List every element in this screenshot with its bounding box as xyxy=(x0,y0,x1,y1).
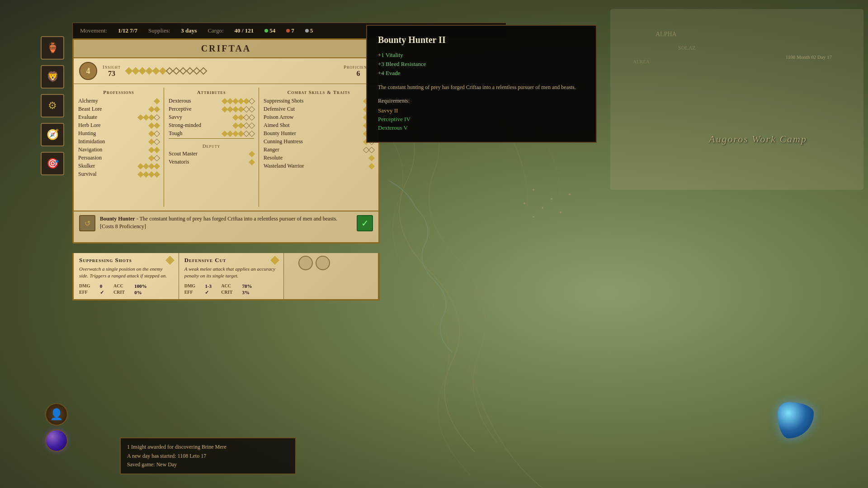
skill-skulker-pips xyxy=(138,164,159,169)
combat-resolute-pips xyxy=(369,156,374,160)
combat-header: Combat Skills & Traits xyxy=(264,89,374,95)
description-text: Bounty Hunter - The constant hunting of … xyxy=(100,215,352,230)
skill-hunting-pips xyxy=(149,131,159,136)
skill-card-2-header: Defensive Cut xyxy=(184,257,278,264)
log-line-2: A new day has started: 1108 Leto 17 xyxy=(127,452,289,460)
combat-ranger-name: Ranger xyxy=(264,146,364,153)
sidebar-icon-3[interactable]: ⚙ xyxy=(41,94,64,117)
skill-card-defensive-cut: Defensive Cut A weak melee attack that a… xyxy=(179,253,284,299)
cargo-value: 40 / 121 xyxy=(235,27,254,34)
combat-ranger[interactable]: Ranger xyxy=(264,146,374,153)
item-slot-1[interactable] xyxy=(298,256,313,270)
combat-suppressing-shots[interactable]: Suppressing Shots xyxy=(264,98,374,104)
combat-cunning-huntress[interactable]: Cunning Huntress xyxy=(264,138,374,145)
tooltip-bonus-1: +1 Vitality xyxy=(378,52,585,59)
sidebar-icon-1[interactable]: 🏺 xyxy=(41,36,64,60)
sc1-acc-label: ACC xyxy=(113,283,132,289)
item-slot-buttons: WX ALS xyxy=(298,256,330,270)
skill-card-suppressing-shots: Suppressing Shots Overwatch a single pos… xyxy=(74,253,179,299)
attr-strong-minded-pips xyxy=(233,123,254,128)
svg-text:ALREA: ALREA xyxy=(633,59,650,64)
proficiency-value: 6 xyxy=(356,70,360,78)
item-slot-2[interactable] xyxy=(316,256,330,270)
combat-resolute[interactable]: Resolute xyxy=(264,155,374,161)
attr-perceptive[interactable]: Perceptive xyxy=(169,106,254,113)
sc1-dmg-label: DMG xyxy=(79,283,97,289)
dot-gray xyxy=(305,29,309,33)
attr-strong-minded-name: Strong-minded xyxy=(169,122,233,129)
sidebar-icon-4[interactable]: 🧭 xyxy=(41,123,64,146)
attr-tough[interactable]: Tough xyxy=(169,130,254,137)
combat-poison-arrow-name: Poison Arrow xyxy=(264,114,364,121)
svg-point-5 xyxy=(533,216,534,218)
dot-red xyxy=(286,29,290,33)
sc1-crit-label: CRIT xyxy=(113,290,132,296)
deputy-scout-master[interactable]: Scout Master xyxy=(169,150,254,157)
supplies-value: 3 days xyxy=(181,27,197,34)
description-title: Bounty Hunter xyxy=(100,216,135,222)
skill-beast-lore-name: Beast Lore xyxy=(78,106,149,113)
reset-icon[interactable]: ↺ xyxy=(79,215,95,231)
combat-aimed-shot[interactable]: Aimed Shot xyxy=(264,122,374,129)
skill-intimidation-pips xyxy=(149,140,159,144)
tooltip-panel: Bounty Hunter II +1 Vitality +3 Bleed Re… xyxy=(366,25,597,143)
tooltip-req-2: Perceptive IV xyxy=(378,116,585,123)
attr-dexterous[interactable]: Dexterous xyxy=(169,98,254,104)
movement-value: 1/12 7/7 xyxy=(118,27,137,34)
insight-section: Insight 73 xyxy=(103,64,121,78)
combat-bounty-hunter-name: Bounty Hunter xyxy=(264,130,364,137)
skill-alchemy[interactable]: Alchemy xyxy=(78,98,159,104)
combat-defensive-cut[interactable]: Defensive Cut xyxy=(264,106,374,113)
skill-survival[interactable]: Survival xyxy=(78,171,159,178)
skill-alchemy-name: Alchemy xyxy=(78,98,155,104)
skill-evaluate-pips xyxy=(138,115,159,120)
stat1-value: 54 xyxy=(269,27,275,34)
deputy-venatoris[interactable]: Venatoris xyxy=(169,159,254,165)
tooltip-req-3: Dexterous V xyxy=(378,124,585,131)
gem-icon[interactable] xyxy=(45,429,68,452)
confirm-button[interactable]: ✓ xyxy=(357,215,373,231)
attr-savvy[interactable]: Savvy xyxy=(169,114,254,121)
skill-persuasion[interactable]: Persuasion xyxy=(78,155,159,161)
combat-resolute-name: Resolute xyxy=(264,155,369,161)
svg-point-1 xyxy=(551,198,552,200)
portrait-icon[interactable]: 👤 xyxy=(45,403,68,426)
character-panel: Criftaa 4 Insight 73 Proficiency 6 xyxy=(72,38,380,244)
svg-rect-7 xyxy=(610,9,863,190)
skill-herb-lore-name: Herb Lore xyxy=(78,122,149,129)
tooltip-description: The constant hunting of prey has forged … xyxy=(378,83,585,91)
stat3-value: 5 xyxy=(310,27,313,34)
skill-intimidation[interactable]: Intimidation xyxy=(78,138,159,145)
skill-card-2-name: Defensive Cut xyxy=(184,257,226,264)
tooltip-title: Bounty Hunter II xyxy=(378,35,585,45)
attributes-header: Attributes xyxy=(169,89,254,95)
attr-tough-name: Tough xyxy=(169,130,222,137)
sidebar-icon-2[interactable]: 🦁 xyxy=(41,65,64,89)
skill-hunting[interactable]: Hunting xyxy=(78,130,159,137)
char-header: 4 Insight 73 Proficiency 6 xyxy=(74,58,378,84)
skill-alchemy-pips xyxy=(155,99,159,103)
svg-point-4 xyxy=(560,211,561,213)
skill-herb-lore[interactable]: Herb Lore xyxy=(78,122,159,129)
combat-suppressing-shots-name: Suppressing Shots xyxy=(264,98,364,104)
sc2-dmg-value: 1-3 xyxy=(205,283,218,289)
combat-column: Combat Skills & Traits Suppressing Shots… xyxy=(259,88,378,207)
attr-savvy-pips xyxy=(233,115,254,120)
three-columns: Professions Alchemy Beast Lore Evaluate … xyxy=(74,84,378,211)
combat-bounty-hunter[interactable]: Bounty Hunter xyxy=(264,130,374,137)
attr-dexterous-name: Dexterous xyxy=(169,98,222,104)
sc2-crit-value: 3% xyxy=(242,290,259,296)
skill-beast-lore[interactable]: Beast Lore xyxy=(78,106,159,113)
sidebar-icon-5[interactable]: 🎯 xyxy=(41,152,64,175)
log-line-3: Saved game: New Day xyxy=(127,460,289,469)
skill-navigation[interactable]: Navigation xyxy=(78,146,159,153)
combat-wasteland-warrior[interactable]: Wasteland Warrior xyxy=(264,163,374,169)
attr-savvy-name: Savvy xyxy=(169,114,233,121)
skill-evaluate[interactable]: Evaluate xyxy=(78,114,159,121)
skill-card-2-stats: DMG 1-3 ACC 78% EFF ✓ CRIT 3% xyxy=(184,283,278,296)
skill-skulker[interactable]: Skulker xyxy=(78,163,159,169)
combat-poison-arrow[interactable]: Poison Arrow xyxy=(264,114,374,121)
combat-cunning-huntress-name: Cunning Huntress xyxy=(264,138,364,145)
attr-strong-minded[interactable]: Strong-minded xyxy=(169,122,254,129)
attr-tough-pips xyxy=(222,131,254,136)
